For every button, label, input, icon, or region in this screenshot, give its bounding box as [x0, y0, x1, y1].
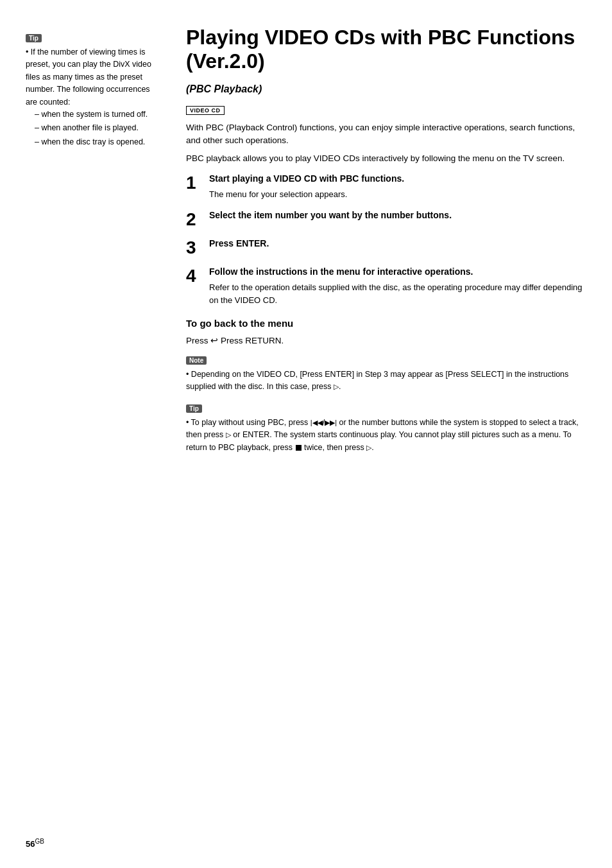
step-number-3: 3	[186, 238, 209, 257]
tip-box-right: Tip • To play without using PBC, press |…	[186, 403, 586, 454]
subtitle: (PBC Playback)	[186, 83, 586, 95]
right-column: Playing VIDEO CDs with PBC Functions (Ve…	[173, 26, 586, 829]
step-number-1: 1	[186, 173, 209, 192]
step-title-1: Start playing a VIDEO CD with PBC functi…	[209, 173, 586, 186]
step-3: 3 Press ENTER.	[186, 238, 586, 257]
step-1: 1 Start playing a VIDEO CD with PBC func…	[186, 173, 586, 200]
left-tip-text: • If the number of viewing times is pres…	[26, 46, 160, 148]
main-title: Playing VIDEO CDs with PBC Functions (Ve…	[186, 26, 586, 73]
intro-text-2: PBC playback allows you to play VIDEO CD…	[186, 152, 586, 165]
step-4: 4 Follow the instructions in the menu fo…	[186, 266, 586, 306]
tip-badge-right: Tip	[186, 404, 202, 413]
tip-badge-left: Tip	[26, 34, 42, 42]
step-title-3: Press ENTER.	[209, 238, 586, 250]
list-item: when the disc tray is opened.	[35, 136, 160, 148]
step-desc-4: Refer to the operation details supplied …	[209, 281, 586, 306]
video-cd-badge: VIDEO CD	[186, 106, 225, 115]
return-icon: ↩	[210, 335, 218, 345]
left-dash-list: when the system is turned off. when anot…	[26, 108, 160, 148]
step-title-4: Follow the instructions in the menu for …	[209, 266, 586, 279]
play-icon-note: ▷	[334, 383, 339, 390]
section-heading-back: To go back to the menu	[186, 318, 586, 329]
step-content-1: Start playing a VIDEO CD with PBC functi…	[209, 173, 586, 200]
intro-text-1: With PBC (Playback Control) functions, y…	[186, 121, 586, 148]
step-desc-1: The menu for your selection appears.	[209, 188, 586, 201]
stop-icon-tip	[295, 443, 302, 452]
left-tip-bullet: •	[26, 48, 31, 56]
left-column: Tip • If the number of viewing times is …	[26, 26, 173, 829]
prev-icon: |◀◀	[310, 419, 323, 426]
next-icon: ▶▶|	[325, 419, 337, 426]
note-badge: Note	[186, 356, 207, 365]
step-title-2: Select the item number you want by the n…	[209, 209, 586, 222]
tip-text-right: • To play without using PBC, press |◀◀/▶…	[186, 417, 586, 454]
step-number-2: 2	[186, 209, 209, 229]
step-2: 2 Select the item number you want by the…	[186, 209, 586, 229]
play-icon-tip2: ▷	[366, 444, 371, 451]
step-content-4: Follow the instructions in the menu for …	[209, 266, 586, 306]
step-number-4: 4	[186, 266, 209, 285]
return-text: Press ↩ Press RETURN.	[186, 335, 586, 345]
steps-container: 1 Start playing a VIDEO CD with PBC func…	[186, 173, 586, 306]
play-icon-tip: ▷	[226, 431, 231, 438]
note-box: Note • Depending on the VIDEO CD, [Press…	[186, 354, 586, 394]
page: Tip • If the number of viewing times is …	[0, 0, 612, 868]
step-content-3: Press ENTER.	[209, 238, 586, 253]
list-item: when the system is turned off.	[35, 108, 160, 121]
step-content-2: Select the item number you want by the n…	[209, 209, 586, 225]
page-number: 56GB	[26, 838, 44, 849]
note-text: • Depending on the VIDEO CD, [Press ENTE…	[186, 369, 586, 394]
list-item: when another file is played.	[35, 122, 160, 134]
